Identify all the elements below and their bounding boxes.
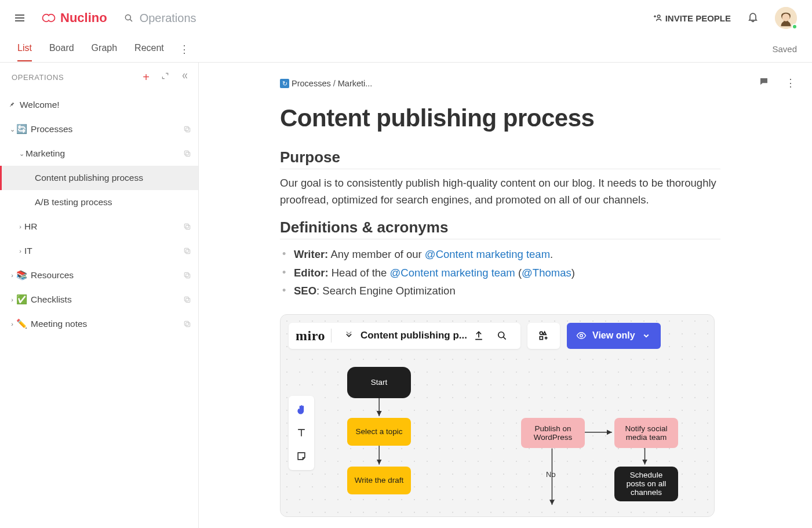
checklists-emoji: ✅: [16, 294, 27, 305]
hand-tool-icon[interactable]: [296, 404, 307, 416]
expand-icon[interactable]: [161, 72, 169, 82]
chevron-right-icon: ›: [8, 272, 16, 279]
sidebar-item-it[interactable]: › IT: [0, 239, 198, 263]
user-avatar[interactable]: [775, 7, 797, 29]
mention-thomas[interactable]: @Thomas: [522, 267, 571, 279]
sidebar-item-ab-testing[interactable]: A/B testing process: [0, 190, 198, 214]
expand-down-icon[interactable]: [343, 330, 355, 341]
invite-icon: [653, 13, 662, 23]
menu-icon[interactable]: [13, 11, 27, 25]
svg-line-4: [130, 19, 132, 21]
sidebar: OPERATIONS + Welcome! ⌄ 🔄: [0, 63, 199, 528]
miro-embed[interactable]: miro Content publishing p... View only: [280, 314, 715, 517]
collapse-sidebar-icon[interactable]: [181, 72, 189, 82]
svg-rect-20: [186, 298, 190, 303]
svg-line-26: [504, 337, 506, 340]
text-tool-icon[interactable]: [296, 427, 307, 439]
sidebar-label: Processes: [31, 124, 183, 134]
svg-rect-12: [186, 152, 190, 156]
sidebar-item-resources[interactable]: › 📚 Resources: [0, 263, 198, 287]
tab-recent[interactable]: Recent: [134, 37, 164, 61]
sidebar-item-processes[interactable]: ⌄ 🔄 Processes: [0, 117, 198, 141]
save-status: Saved: [772, 44, 797, 54]
svg-rect-10: [186, 128, 190, 132]
purpose-text[interactable]: Our goal is to consistently publish high…: [280, 175, 720, 208]
more-icon[interactable]: ⋮: [785, 77, 796, 89]
item-actions-icon[interactable]: [183, 223, 191, 231]
def-seo[interactable]: SEO: Search Engine Optimization: [280, 282, 720, 300]
svg-rect-14: [186, 225, 190, 230]
brand-logo[interactable]: Nuclino: [41, 10, 107, 26]
chevron-right-icon: ›: [16, 223, 24, 230]
item-actions-icon[interactable]: [183, 150, 191, 158]
sidebar-label: HR: [24, 221, 183, 232]
sidebar-label: A/B testing process: [35, 197, 191, 207]
search-icon: [123, 13, 134, 23]
sidebar-item-welcome[interactable]: Welcome!: [0, 93, 198, 117]
resources-emoji: 📚: [16, 270, 27, 281]
mention-content-team[interactable]: @Content marketing team: [425, 248, 550, 260]
meeting-emoji: ✏️: [16, 319, 27, 329]
flow-node-notify[interactable]: Notify social media team: [614, 418, 678, 448]
flow-node-start[interactable]: Start: [347, 367, 411, 398]
sidebar-item-meeting-notes[interactable]: › ✏️ Meeting notes: [0, 312, 198, 336]
sticky-note-icon[interactable]: [296, 450, 307, 462]
miro-view-only-button[interactable]: View only: [567, 323, 661, 349]
item-actions-icon[interactable]: [183, 125, 191, 133]
svg-rect-18: [186, 274, 190, 278]
search-icon[interactable]: [496, 330, 508, 341]
sidebar-label: Marketing: [26, 148, 183, 159]
add-item-button[interactable]: +: [143, 71, 150, 83]
tab-list[interactable]: List: [17, 37, 32, 61]
def-writer[interactable]: Writer: Any member of our @Content marke…: [280, 245, 720, 263]
chevron-right-icon: ›: [8, 321, 16, 327]
item-actions-icon[interactable]: [183, 296, 191, 304]
chevron-down-icon: [641, 330, 651, 341]
svg-rect-21: [184, 297, 188, 301]
sidebar-label: Welcome!: [20, 100, 191, 110]
page-title[interactable]: Content publishing process: [280, 104, 720, 132]
views-more-icon[interactable]: ⋮: [179, 43, 190, 56]
item-actions-icon[interactable]: [183, 247, 191, 255]
sidebar-title: OPERATIONS: [12, 73, 143, 82]
crumb-processes-icon: ↻: [280, 79, 289, 88]
sidebar-item-content-publishing[interactable]: Content publishing process: [0, 166, 198, 190]
invite-label: INVITE PEOPLE: [665, 13, 731, 23]
sidebar-item-marketing[interactable]: ⌄ Marketing: [0, 141, 198, 166]
svg-rect-17: [184, 248, 188, 252]
sidebar-item-checklists[interactable]: › ✅ Checklists: [0, 287, 198, 312]
upload-icon[interactable]: [473, 330, 485, 341]
heading-definitions[interactable]: Definitions & acronyms: [280, 219, 720, 239]
notifications-button[interactable]: [747, 11, 759, 25]
tab-graph[interactable]: Graph: [92, 37, 117, 61]
crumb-processes[interactable]: Processes: [292, 79, 331, 88]
crumb-marketing[interactable]: Marketi...: [338, 79, 373, 88]
sidebar-label: Content publishing process: [35, 173, 191, 183]
svg-point-25: [498, 332, 504, 338]
flow-node-select-topic[interactable]: Select a topic: [347, 418, 411, 446]
miro-shapes-button[interactable]: [527, 323, 560, 349]
svg-rect-13: [184, 151, 188, 155]
flow-node-write-draft[interactable]: Write the draft: [347, 467, 411, 494]
sidebar-label: Checklists: [31, 294, 183, 305]
comments-icon[interactable]: [759, 77, 769, 89]
bell-icon: [747, 11, 759, 23]
miro-board-title: Content publishing p...: [361, 330, 467, 341]
item-actions-icon[interactable]: [183, 320, 191, 328]
svg-point-3: [125, 14, 130, 20]
flow-node-publish[interactable]: Publish on WordPress: [521, 418, 585, 448]
search-field[interactable]: Operations: [123, 12, 653, 25]
invite-people-button[interactable]: INVITE PEOPLE: [653, 13, 731, 23]
sidebar-item-hr[interactable]: › HR: [0, 214, 198, 239]
heading-purpose[interactable]: Purpose: [280, 148, 720, 169]
view-only-label: View only: [592, 330, 635, 341]
shapes-icon: [538, 330, 549, 341]
miro-header[interactable]: miro Content publishing p...: [289, 323, 520, 349]
breadcrumb[interactable]: ↻ Processes / Marketi...: [280, 79, 720, 88]
def-editor[interactable]: Editor: Head of the @Content marketing t…: [280, 264, 720, 282]
flow-node-schedule[interactable]: Schedule posts on all channels: [614, 467, 678, 501]
tab-board[interactable]: Board: [49, 37, 74, 61]
pin-icon: [8, 100, 15, 110]
item-actions-icon[interactable]: [183, 271, 191, 279]
mention-content-team[interactable]: @Content marketing team: [390, 267, 515, 279]
